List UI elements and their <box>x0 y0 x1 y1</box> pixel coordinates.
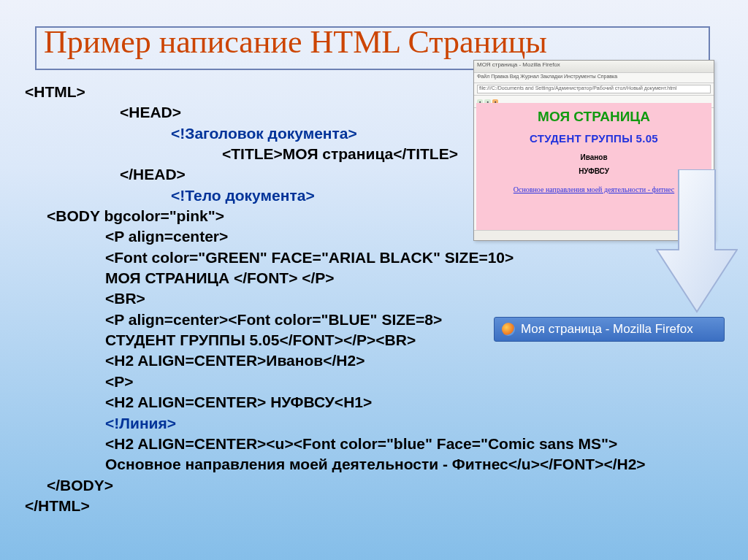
code-line: <!Линия> <box>25 413 719 434</box>
page-subheading: СТУДЕНТ ГРУППЫ 5.05 <box>476 132 711 145</box>
code-line: <P> <box>25 372 719 392</box>
browser-titlebar: МОЯ страница - Mozilla Firefox <box>474 61 714 73</box>
code-line: <H2 ALIGN=CENTER>Иванов</H2> <box>25 350 719 371</box>
browser-addressbar: file:///C:/Documents and Settings/Админи… <box>474 83 714 96</box>
taskbar-button[interactable]: Моя страница - Mozilla Firefox <box>494 317 725 342</box>
code-line: Основное направления моей деятельности -… <box>25 454 719 475</box>
code-line: <Font color="GREEN" FACE="ARIAL BLACK" S… <box>25 248 719 268</box>
browser-url: file:///C:/Documents and Settings/Админи… <box>477 85 711 93</box>
code-line: <BR> <box>25 288 719 309</box>
taskbar-label: Моя страница - Mozilla Firefox <box>521 322 693 337</box>
code-line: </BODY> <box>25 475 719 496</box>
code-line: </HTML> <box>25 496 719 516</box>
page-text: Иванов <box>476 153 711 161</box>
browser-menubar: Файл Правка Вид Журнал Закладки Инструме… <box>474 73 714 83</box>
firefox-icon <box>502 323 515 336</box>
code-line: МОЯ СТРАНИЦА </FONT> </P> <box>25 268 719 288</box>
code-line: <H2 ALIGN=CENTER><u><Font color="blue" F… <box>25 434 719 454</box>
arrow-icon <box>641 169 738 315</box>
code-line: <H2 ALIGN=CENTER> НУФВСУ<H1> <box>25 392 719 413</box>
slide-title: Пример написание HTML Страницы <box>44 23 547 61</box>
page-heading: МОЯ СТРАНИЦА <box>476 109 711 125</box>
